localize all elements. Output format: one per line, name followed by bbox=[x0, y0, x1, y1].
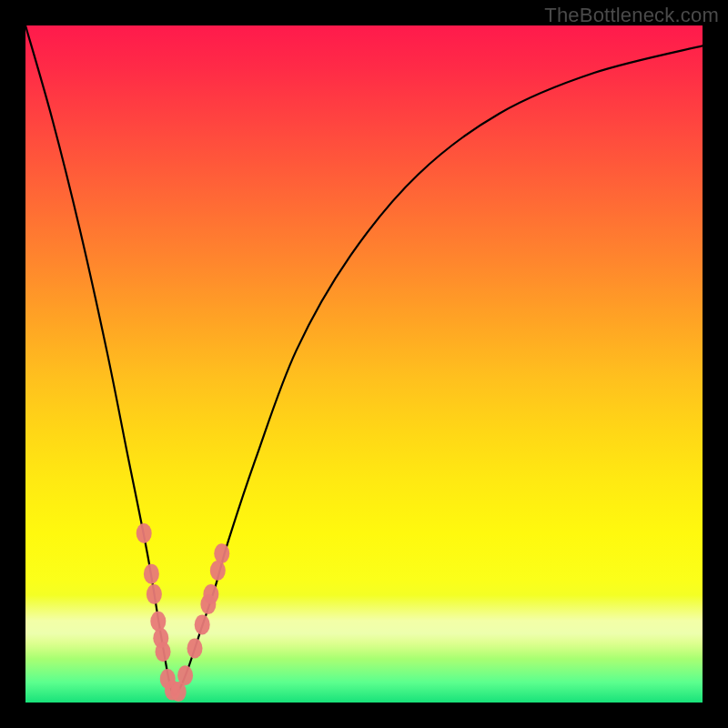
plot-area bbox=[25, 25, 703, 703]
curve-marker bbox=[150, 612, 166, 632]
curve-marker bbox=[187, 638, 203, 658]
curve-marker bbox=[147, 584, 162, 604]
curve-marker bbox=[136, 523, 152, 543]
curve-marker bbox=[144, 564, 159, 584]
curve-marker bbox=[195, 614, 210, 634]
curve-marker bbox=[177, 665, 193, 685]
curve-layer bbox=[25, 25, 703, 703]
curve-marker bbox=[210, 561, 226, 581]
bottleneck-curve bbox=[25, 25, 703, 695]
curve-marker bbox=[156, 642, 171, 662]
curve-marker bbox=[214, 543, 229, 563]
watermark-text: TheBottleneck.com bbox=[544, 4, 719, 27]
outer-frame: TheBottleneck.com bbox=[0, 0, 728, 728]
curve-marker bbox=[203, 584, 218, 604]
